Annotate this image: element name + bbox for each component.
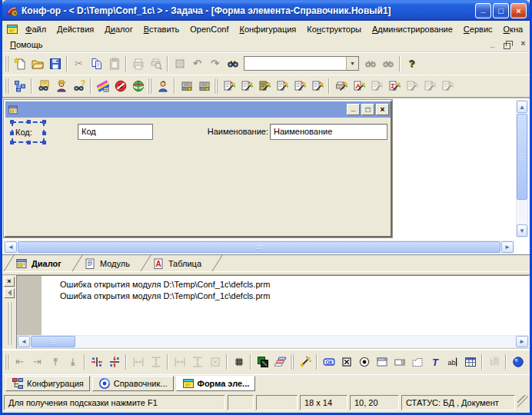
grid-button[interactable]	[230, 354, 248, 370]
frame-tool-button[interactable]	[373, 354, 391, 370]
combobox-tool-button[interactable]	[391, 354, 408, 370]
messages-grip[interactable]	[7, 302, 12, 345]
selection-handle[interactable]	[42, 131, 46, 135]
tab-tool-button[interactable]	[408, 354, 426, 370]
menu-administration[interactable]: Администрирование	[367, 23, 458, 35]
selection-handle[interactable]	[42, 120, 46, 124]
menu-service[interactable]: Сервис	[458, 23, 498, 35]
mdi-minimize-button[interactable]: _	[486, 38, 499, 50]
user-properties-button[interactable]	[154, 78, 171, 95]
find-button[interactable]	[224, 55, 241, 72]
form-window-titlebar[interactable]: _ □ ×	[5, 101, 391, 118]
menu-file[interactable]: Файл	[20, 23, 52, 35]
mdi-close-button[interactable]: ×	[517, 38, 530, 50]
messages-horizontal-scrollbar[interactable]: ◄ ►	[17, 335, 529, 348]
title-bar[interactable]: Конф-ор - < D:\Temp\Conf_1c\ > - Задача …	[2, 0, 530, 21]
button-tool-button[interactable]	[320, 354, 337, 370]
constructor-totals-button[interactable]	[385, 78, 403, 95]
center-vertical-button[interactable]	[105, 354, 123, 370]
tab-table[interactable]: Таблица	[146, 255, 217, 271]
search-combobox[interactable]: ▼	[244, 56, 359, 71]
constructor-object-button[interactable]	[220, 78, 238, 95]
code-field[interactable]: Код	[78, 124, 153, 140]
menu-insert[interactable]: Вставить	[138, 23, 185, 35]
constructor-module-button[interactable]	[238, 78, 255, 95]
constructor-dialog-button[interactable]	[308, 78, 326, 95]
scroll-left-icon[interactable]: ◄	[5, 241, 17, 253]
help-button[interactable]: ?	[403, 55, 421, 72]
window-tab-form[interactable]: Форма эле...	[176, 376, 256, 391]
form-close-button[interactable]: ×	[376, 104, 389, 115]
resize-grip[interactable]	[517, 395, 528, 410]
messages-scroll-thumb[interactable]	[31, 336, 75, 347]
text-search-button[interactable]	[70, 78, 88, 95]
sphere-tool-button[interactable]	[509, 354, 527, 370]
selection-handle[interactable]	[10, 131, 14, 135]
selection-handle[interactable]	[10, 141, 14, 144]
toolbar-grip[interactable]	[290, 354, 294, 370]
table-tool-button[interactable]	[461, 354, 479, 370]
copy-button[interactable]	[88, 55, 105, 72]
form-maximize-button[interactable]: □	[361, 104, 374, 115]
name-field[interactable]: Наименование	[270, 124, 387, 140]
access-deny-button[interactable]	[111, 78, 129, 95]
window-tab-reference[interactable]: Справочник...	[92, 376, 174, 391]
toolbar-grip[interactable]	[214, 78, 218, 94]
form-preview-window[interactable]: _ □ × Код: Код	[4, 100, 392, 237]
constructor-report-button[interactable]	[350, 78, 367, 95]
menu-dialog[interactable]: Диалог	[99, 23, 138, 35]
constructor-query-button[interactable]	[273, 78, 291, 95]
layers-button[interactable]	[271, 354, 289, 370]
minimize-button[interactable]: _	[475, 3, 491, 18]
editbox-tool-button[interactable]	[444, 354, 461, 370]
config-structure-button[interactable]	[11, 78, 28, 95]
toolbar-grip[interactable]	[5, 56, 8, 71]
selection-handle[interactable]	[27, 141, 31, 144]
user-monitor-button[interactable]	[52, 78, 70, 95]
chevron-down-icon[interactable]: ▼	[346, 57, 358, 70]
open-file-button[interactable]	[28, 55, 46, 72]
toolbar-grip[interactable]	[5, 78, 8, 94]
interface-editor-button[interactable]	[94, 78, 111, 95]
mdi-restore-button[interactable]	[501, 38, 514, 50]
network-globe-button[interactable]	[129, 78, 147, 95]
menu-constructors[interactable]: Конструкторы	[301, 23, 367, 35]
menu-actions[interactable]: Действия	[52, 23, 99, 35]
scroll-right-icon[interactable]: ►	[516, 336, 528, 347]
tab-module[interactable]: Модуль	[78, 255, 145, 271]
name-label[interactable]: Наименование:	[198, 127, 268, 136]
data-convert-button[interactable]	[178, 78, 195, 95]
search-combobox-input[interactable]	[244, 57, 346, 70]
toolbar-grip[interactable]	[148, 78, 151, 94]
color-square-button[interactable]	[254, 354, 271, 370]
center-horizontal-button[interactable]	[88, 354, 105, 370]
menu-openconf[interactable]: OpenConf	[185, 23, 234, 35]
messages-prev-button[interactable]	[4, 288, 15, 298]
save-button[interactable]	[46, 55, 64, 72]
scroll-down-icon[interactable]: ▼	[517, 224, 527, 237]
window-tab-configuration[interactable]: Конфигурация	[5, 376, 90, 391]
horizontal-scroll-thumb[interactable]	[18, 241, 500, 253]
menu-help[interactable]: Помощь	[5, 38, 48, 51]
text-tool-button[interactable]	[426, 354, 444, 370]
messages-output[interactable]: Ошибка открытия модуля D:\Temp\Conf_1c\d…	[16, 275, 530, 349]
vertical-scroll-thumb[interactable]	[517, 114, 527, 200]
toolbar-grip[interactable]	[5, 354, 8, 370]
constructor-print-button[interactable]	[332, 78, 350, 95]
constructor-layout-button[interactable]	[291, 78, 308, 95]
menu-windows[interactable]: Окна	[498, 23, 529, 35]
scroll-left-icon[interactable]: ◄	[18, 336, 30, 347]
workspace-vertical-scrollbar[interactable]: ▲ ▼	[516, 100, 528, 237]
data-restore-button[interactable]	[195, 78, 213, 95]
child-system-menu-icon[interactable]	[6, 23, 18, 35]
maximize-button[interactable]: □	[493, 3, 509, 18]
workspace-horizontal-scrollbar[interactable]: ◄ ►	[4, 241, 514, 254]
constructor-journal-button[interactable]	[255, 78, 273, 95]
tab-dialog[interactable]: Диалог	[9, 255, 77, 271]
scroll-up-icon[interactable]: ▲	[517, 101, 527, 113]
menu-configuration[interactable]: Конфигурация	[234, 23, 301, 35]
radio-tool-button[interactable]	[355, 354, 373, 370]
messages-close-button[interactable]: ×	[4, 277, 15, 287]
checkbox-tool-button[interactable]	[337, 354, 355, 370]
monitor-search-button[interactable]	[35, 78, 52, 95]
